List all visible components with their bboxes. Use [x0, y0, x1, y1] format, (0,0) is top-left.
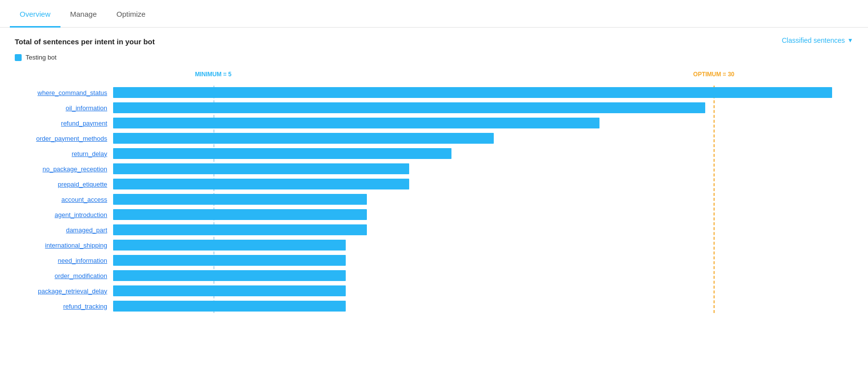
table-row: order_payment_methods	[15, 131, 853, 145]
bar-track	[113, 269, 853, 282]
bar-track	[113, 192, 853, 206]
table-row: package_retrieval_delay	[15, 284, 853, 298]
table-row: damaged_part	[15, 223, 853, 237]
intent-label[interactable]: refund_tracking	[15, 303, 113, 310]
table-row: oil_information	[15, 101, 853, 115]
table-row: where_command_status	[15, 86, 853, 99]
bar-fill	[113, 224, 367, 235]
intent-label[interactable]: international_shipping	[15, 242, 113, 249]
intent-label[interactable]: no_package_reception	[15, 165, 113, 173]
table-row: need_information	[15, 253, 853, 267]
table-row: order_modification	[15, 269, 853, 282]
bar-fill	[113, 255, 346, 266]
bar-fill	[113, 301, 346, 312]
bar-fill	[113, 87, 832, 98]
intent-label[interactable]: refund_payment	[15, 120, 113, 127]
bar-fill	[113, 118, 599, 128]
bar-fill	[113, 102, 705, 113]
intent-label[interactable]: return_delay	[15, 150, 113, 157]
bar-track	[113, 162, 853, 176]
intent-label[interactable]: order_modification	[15, 272, 113, 280]
bar-track	[113, 223, 853, 237]
optimum-label: OPTIMUM = 30	[693, 71, 735, 78]
intent-label[interactable]: need_information	[15, 257, 113, 264]
table-row: agent_introduction	[15, 208, 853, 221]
intent-label[interactable]: order_payment_methods	[15, 135, 113, 142]
tab-overview[interactable]: Overview	[10, 2, 60, 28]
bars-container: where_command_statusoil_informationrefun…	[15, 86, 853, 313]
intent-label[interactable]: prepaid_etiquette	[15, 181, 113, 188]
bar-track	[113, 101, 853, 115]
intent-label[interactable]: package_retrieval_delay	[15, 287, 113, 295]
intent-label[interactable]: account_access	[15, 196, 113, 203]
bar-track	[113, 284, 853, 298]
bar-track	[113, 299, 853, 313]
legend: Testing bot	[15, 54, 853, 61]
tab-optimize[interactable]: Optimize	[107, 2, 155, 28]
bar-fill	[113, 194, 367, 205]
chevron-down-icon: ▼	[847, 37, 853, 44]
bar-track	[113, 116, 853, 130]
bar-track	[113, 177, 853, 191]
table-row: refund_payment	[15, 116, 853, 130]
bar-fill	[113, 148, 451, 159]
bar-track	[113, 253, 853, 267]
bar-fill	[113, 209, 367, 220]
bar-track	[113, 238, 853, 252]
legend-color-swatch	[15, 54, 22, 61]
bar-fill	[113, 240, 346, 251]
tab-manage[interactable]: Manage	[60, 2, 107, 28]
bar-track	[113, 208, 853, 221]
table-row: account_access	[15, 192, 853, 206]
table-row: prepaid_etiquette	[15, 177, 853, 191]
bar-fill	[113, 285, 346, 296]
bar-track	[113, 131, 853, 145]
tab-bar: Overview Manage Optimize	[0, 0, 868, 28]
main-content: Classified sentences ▼ Total of sentence…	[0, 28, 868, 376]
intent-label[interactable]: damaged_part	[15, 226, 113, 234]
section-title: Total of sentences per intent in your bo…	[15, 37, 853, 46]
intent-label[interactable]: where_command_status	[15, 89, 113, 96]
chart-container: MINIMUM = 5 OPTIMUM = 30 where_command_s…	[15, 71, 853, 313]
bar-track	[113, 86, 853, 99]
table-row: no_package_reception	[15, 162, 853, 176]
classified-sentences-button[interactable]: Classified sentences ▼	[782, 36, 853, 44]
intent-label[interactable]: oil_information	[15, 104, 113, 112]
legend-label: Testing bot	[26, 54, 57, 61]
table-row: refund_tracking	[15, 299, 853, 313]
table-row: return_delay	[15, 147, 853, 160]
intent-label[interactable]: agent_introduction	[15, 211, 113, 219]
bar-fill	[113, 179, 409, 189]
bar-fill	[113, 133, 494, 144]
table-row: international_shipping	[15, 238, 853, 252]
bar-fill	[113, 270, 346, 281]
minimum-label: MINIMUM = 5	[195, 71, 231, 78]
bar-track	[113, 147, 853, 160]
bar-fill	[113, 163, 409, 174]
classified-sentences-label: Classified sentences	[782, 36, 845, 44]
